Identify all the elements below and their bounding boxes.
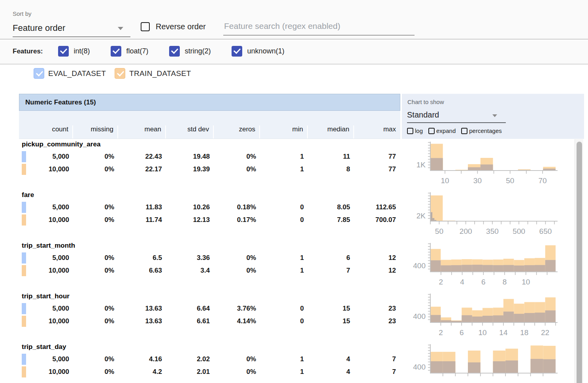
hist-bar-eval_dataset — [514, 265, 524, 272]
cell-zeros: 0% — [214, 265, 260, 277]
cell-mean: 13.63 — [118, 315, 166, 328]
histogram-column: 103050701K502003505006502K24681040026101… — [401, 139, 575, 383]
hist-bar-eval_dataset — [432, 218, 434, 221]
hist-bar-eval_dataset — [514, 314, 524, 322]
cell-min: 1 — [260, 151, 308, 163]
x-tick-label: 50 — [435, 227, 443, 235]
feature-type-checkbox-int[interactable]: int(8) — [58, 46, 90, 57]
dataset-marker — [22, 214, 26, 226]
feature-type-label: int(8) — [74, 47, 90, 55]
histogram-fare: 502003505006502K — [401, 190, 575, 241]
x-tick-label: 350 — [486, 227, 499, 235]
cell-mean: 6.5 — [118, 252, 166, 265]
column-header-max: max — [354, 125, 400, 138]
histogram-trip_start_hour: 2610141822400 — [401, 291, 575, 342]
x-tick-label: 4 — [460, 278, 464, 286]
x-tick-label: 50 — [506, 176, 514, 185]
dataset-marker — [22, 316, 26, 327]
chart-option-percentages[interactable]: percentages — [461, 127, 502, 134]
cell-std-dev: 6.64 — [166, 303, 214, 315]
feature-block: fare5,0000%11.8310.260.18%08.05112.6510,… — [19, 190, 400, 241]
hist-bar-eval_dataset — [503, 312, 514, 323]
check-icon — [233, 47, 240, 54]
chart-option-expand[interactable]: expand — [428, 127, 456, 134]
sort-by-select[interactable]: Feature order — [13, 21, 130, 37]
cell-std-dev: 2.02 — [166, 353, 214, 366]
hist-bar-eval_dataset — [443, 361, 456, 373]
x-tick-label: 14 — [499, 328, 508, 337]
hist-bar-eval_dataset — [430, 361, 443, 373]
feature-search-input[interactable] — [223, 20, 415, 36]
table-row-eval_dataset: 5,0000%4.162.020%147 — [19, 353, 400, 366]
cell-missing: 0% — [73, 201, 118, 214]
cell-zeros: 3.76% — [214, 303, 260, 315]
cell-missing: 0% — [73, 303, 118, 315]
checkbox-checked-icon — [232, 46, 242, 57]
dataset-marker — [22, 202, 26, 213]
sort-by-value: Feature order — [13, 23, 65, 33]
y-axis-label: 2K — [416, 212, 426, 220]
hist-bar-eval_dataset — [430, 315, 441, 322]
cell-max: 7 — [354, 366, 400, 379]
dataset-legend: EVAL_DATASETTRAIN_DATASET — [34, 68, 200, 79]
cell-max: 77 — [354, 151, 400, 163]
checkbox-checked-icon — [34, 68, 44, 79]
cell-std-dev: 6.61 — [166, 315, 214, 328]
table-row-train_dataset: 10,0000%11.7412.130.17%07.85700.07 — [19, 214, 400, 227]
cell-mean: 6.63 — [118, 265, 166, 277]
cell-min: 1 — [260, 366, 308, 379]
x-tick-label: 200 — [460, 227, 472, 235]
cell-max: 23 — [354, 315, 400, 328]
checkbox-checked-icon — [111, 46, 121, 57]
histogram-svg: 246810400 — [401, 241, 560, 291]
cell-max: 700.07 — [354, 214, 400, 227]
dataset-marker — [22, 252, 26, 264]
cell-missing: 0% — [73, 366, 118, 379]
cell-std-dev: 2.01 — [166, 366, 214, 379]
feature-block: trip_start_hour5,0000%13.636.643.76%0152… — [19, 291, 400, 342]
cell-median: 8 — [308, 163, 354, 176]
dataset-checkbox-eval_dataset[interactable]: EVAL_DATASET — [34, 68, 106, 79]
dataset-label: TRAIN_DATASET — [129, 69, 191, 78]
dataset-checkbox-train_dataset[interactable]: TRAIN_DATASET — [115, 68, 191, 79]
cell-count: 5,000 — [19, 151, 73, 163]
cell-std-dev: 19.39 — [166, 163, 214, 176]
reverse-order-label: Reverse order — [156, 22, 206, 31]
x-tick-label: 10 — [522, 278, 530, 286]
cell-std-dev: 3.36 — [166, 252, 214, 265]
histogram-svg: 2610141822400 — [401, 291, 560, 342]
column-header-std-dev: std dev — [166, 125, 214, 138]
y-axis-label: 400 — [413, 363, 426, 371]
check-icon — [117, 69, 124, 77]
feature-name: pickup_community_area — [19, 139, 400, 151]
dataset-marker — [22, 354, 26, 365]
toolbar: Sort by Feature order Reverse order — [0, 0, 588, 40]
checkbox-checked-icon — [58, 46, 69, 57]
chart-option-log[interactable]: log — [407, 127, 423, 134]
cell-zeros: 0% — [214, 151, 260, 163]
checkbox-unchecked-icon — [461, 128, 467, 134]
scrollbar[interactable] — [575, 139, 583, 383]
dataset-marker — [22, 366, 26, 377]
feature-type-checkbox-unknown[interactable]: unknown(1) — [232, 46, 285, 57]
chart-type-select[interactable]: Standard — [407, 108, 506, 123]
histogram-svg: 103050701K — [401, 139, 560, 190]
reverse-order-checkbox[interactable]: Reverse order — [141, 22, 206, 31]
cell-count: 5,000 — [19, 252, 73, 265]
feature-type-checkbox-float[interactable]: float(7) — [111, 46, 149, 57]
cell-median: 15 — [308, 303, 354, 315]
cell-median: 4 — [308, 353, 354, 366]
cell-missing: 0% — [73, 265, 118, 277]
cell-zeros: 0% — [214, 366, 260, 379]
feature-name: trip_start_hour — [19, 291, 400, 303]
y-axis-label: 400 — [413, 312, 426, 320]
histogram-trip_start_day: 400 — [401, 342, 575, 383]
cell-std-dev: 3.4 — [166, 265, 214, 277]
checkbox-unchecked-icon — [407, 128, 413, 134]
feature-type-checkbox-string[interactable]: string(2) — [169, 46, 211, 57]
scrollbar-thumb[interactable] — [577, 142, 582, 383]
feature-name: trip_start_month — [19, 241, 400, 252]
cell-min: 0 — [260, 315, 308, 328]
dropdown-arrow-icon — [118, 27, 123, 30]
chart-option-label: percentages — [469, 127, 502, 134]
